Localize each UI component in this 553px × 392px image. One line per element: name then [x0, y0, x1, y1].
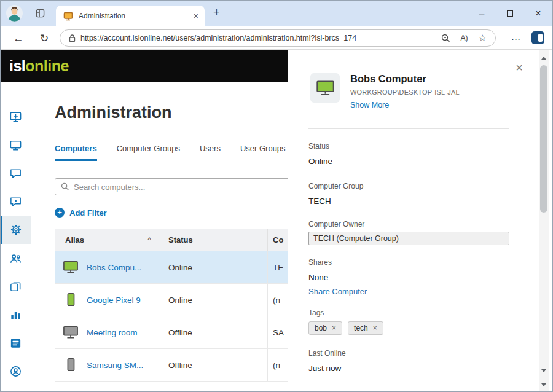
- scroll-down-button[interactable]: [539, 380, 549, 390]
- window-controls: – ×: [468, 1, 552, 26]
- chat-icon: [9, 167, 22, 180]
- last-online-label: Last Online: [308, 349, 346, 358]
- more-menu-button[interactable]: …: [508, 29, 524, 45]
- search-input[interactable]: [74, 182, 288, 192]
- close-button[interactable]: ×: [524, 1, 552, 26]
- browser-tab[interactable]: Administration ×: [56, 6, 205, 26]
- tab-title: Administration: [79, 12, 194, 20]
- tab-computer-groups[interactable]: Computer Groups: [117, 144, 180, 161]
- scroll-thumb[interactable]: [540, 65, 547, 213]
- account-icon: [9, 365, 22, 378]
- logo-isl: isl: [9, 57, 25, 74]
- scroll-down-button[interactable]: [539, 366, 549, 375]
- group-cell: TE: [268, 251, 288, 283]
- users-icon: [9, 252, 22, 265]
- tab-close-icon[interactable]: ×: [194, 11, 198, 21]
- panel-close-icon[interactable]: ×: [516, 61, 523, 75]
- add-computer-icon: [9, 111, 22, 123]
- computer-alias-link[interactable]: Meeting room: [87, 328, 138, 337]
- shares-value: None: [308, 273, 328, 282]
- sort-asc-icon[interactable]: ^: [147, 235, 151, 245]
- tab-users[interactable]: Users: [200, 144, 221, 161]
- profile-avatar[interactable]: [6, 5, 23, 22]
- tab-user-groups[interactable]: User Groups: [240, 144, 286, 161]
- tag-remove-icon[interactable]: ×: [373, 324, 377, 332]
- sidebar-item-computers[interactable]: [1, 131, 31, 159]
- read-aloud-icon[interactable]: A): [461, 34, 468, 42]
- sidebar-item-settings[interactable]: [1, 216, 31, 244]
- favorites-star-icon[interactable]: ☆: [479, 33, 487, 44]
- tag-label: bob: [315, 324, 327, 332]
- tag-chip[interactable]: tech ×: [348, 321, 383, 335]
- computer-group-value: TECH: [308, 197, 331, 206]
- sidebar-item-video-chat[interactable]: [1, 187, 31, 216]
- computer-alias-link[interactable]: Bobs Compu...: [87, 263, 141, 272]
- tag-remove-icon[interactable]: ×: [332, 324, 336, 332]
- computers-icon: [9, 139, 22, 152]
- sidebar-item-sessions[interactable]: [1, 272, 31, 300]
- status-cell: Offline: [160, 316, 268, 348]
- split-screen-icon[interactable]: [531, 31, 544, 44]
- status-label: Status: [308, 142, 329, 151]
- left-sidebar: [1, 82, 31, 392]
- computer-alias-link[interactable]: Google Pixel 9: [87, 296, 141, 305]
- sidebar-item-chat[interactable]: [1, 159, 31, 187]
- table-row[interactable]: Google Pixel 9 Online (n: [55, 284, 288, 316]
- address-bar[interactable]: https://account.islonline.net/users/admi…: [60, 29, 496, 47]
- refresh-button[interactable]: ↻: [36, 31, 52, 47]
- browser-navbar: ← ↻ https://account.islonline.net/users/…: [1, 26, 552, 50]
- status-cell: Online: [160, 251, 268, 283]
- gear-icon: [9, 223, 23, 237]
- computer-alias-link[interactable]: Samsung SM...: [87, 361, 143, 370]
- sidebar-item-account[interactable]: [1, 357, 31, 385]
- add-filter-button[interactable]: + Add Filter: [55, 208, 107, 218]
- phone-gray-icon: [62, 358, 79, 372]
- table-row[interactable]: Bobs Compu... Online TE: [55, 251, 288, 284]
- sidebar-item-reports[interactable]: [1, 300, 31, 329]
- sidebar-item-logs[interactable]: [1, 329, 31, 357]
- search-box: [55, 178, 288, 195]
- table-row[interactable]: Meeting room Offline SA: [55, 316, 288, 349]
- arrow-up-icon: [541, 57, 546, 60]
- workspaces-icon[interactable]: [36, 9, 45, 18]
- computer-name: Bobs Computer: [350, 73, 460, 85]
- computer-tile: [310, 73, 340, 103]
- tags-label: Tags: [308, 308, 324, 317]
- back-button[interactable]: ←: [10, 31, 26, 47]
- sidebar-item-add-computer[interactable]: [1, 103, 31, 131]
- logo-online: online: [25, 57, 69, 74]
- browser-titlebar: Administration × + – ×: [1, 1, 552, 26]
- scroll-up-button[interactable]: [539, 53, 549, 63]
- table-header-row: Alias ^ Status Co: [55, 229, 288, 251]
- column-header-status[interactable]: Status: [160, 229, 268, 251]
- address-bar-icons: A) ☆: [441, 33, 487, 44]
- arrow-down-icon: [541, 369, 546, 372]
- url-text[interactable]: https://account.islonline.net/users/admi…: [80, 34, 356, 42]
- share-computer-link[interactable]: Share Computer: [308, 287, 367, 296]
- column-header-group[interactable]: Co: [268, 229, 288, 251]
- computer-owner-input[interactable]: TECH (Computer Group): [308, 232, 509, 245]
- islonline-logo[interactable]: islonline: [9, 57, 69, 75]
- status-header-label: Status: [168, 235, 193, 245]
- administration-content: Administration Computers Computer Groups…: [31, 82, 288, 392]
- sessions-icon: [9, 280, 22, 293]
- zoom-icon[interactable]: [441, 34, 450, 43]
- computer-monitor-gray-icon: [62, 325, 79, 340]
- tag-chip[interactable]: bob ×: [308, 321, 342, 335]
- alias-header-label: Alias: [65, 235, 84, 245]
- sidebar-item-users[interactable]: [1, 244, 31, 272]
- maximize-icon: [507, 10, 513, 17]
- table-row[interactable]: Samsung SM... Offline (n: [55, 349, 288, 382]
- computer-details-panel: × Bobs Computer WORKGROUP\DESKTOP-ISL-JA…: [288, 50, 539, 392]
- maximize-button[interactable]: [496, 1, 524, 26]
- column-header-alias[interactable]: Alias ^: [55, 229, 160, 251]
- page-scrollbar[interactable]: [539, 50, 549, 392]
- minimize-button[interactable]: –: [468, 1, 496, 26]
- tab-computers[interactable]: Computers: [55, 144, 97, 161]
- web-page: islonline: [1, 50, 553, 392]
- new-tab-button[interactable]: +: [213, 6, 220, 19]
- show-more-link[interactable]: Show More: [350, 101, 460, 109]
- browser-window: Administration × + – × ← ↻ https://accou…: [0, 0, 553, 392]
- tab-favicon-icon: [63, 11, 73, 21]
- phone-green-icon: [62, 292, 79, 307]
